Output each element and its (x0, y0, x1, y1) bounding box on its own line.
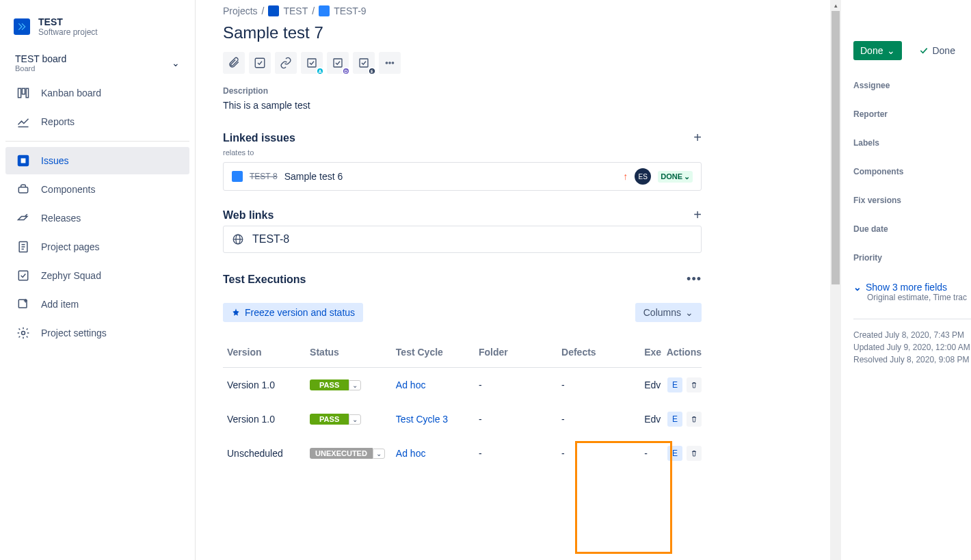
zephyr-d-button[interactable]: D (327, 52, 349, 74)
delete-button[interactable] (687, 377, 702, 392)
svg-point-24 (392, 62, 393, 64)
globe-icon (232, 233, 244, 245)
link-button[interactable] (275, 52, 297, 74)
cell-folder: - (479, 414, 561, 425)
scrollbar-track[interactable]: ▴ (830, 0, 841, 560)
field-priority[interactable]: Priority (853, 253, 971, 263)
issue-type-icon (319, 5, 330, 16)
main-content: Projects / TEST / TEST-9 Sample test 7 A… (196, 0, 841, 560)
cell-version: Unscheduled (227, 448, 310, 459)
nav-add-item[interactable]: Add item (5, 291, 189, 318)
attach-button[interactable] (223, 52, 245, 74)
breadcrumb-issue[interactable]: TEST-9 (334, 5, 366, 16)
nav-issues[interactable]: Issues (5, 147, 189, 174)
nav-pages[interactable]: Project pages (5, 233, 189, 261)
nav-kanban[interactable]: Kanban board (5, 79, 189, 107)
col-defects[interactable]: Defects (561, 347, 644, 358)
board-selector[interactable]: TEST board Board ⌄ (5, 48, 189, 78)
chevron-down-icon: ⌄ (853, 282, 862, 293)
add-linked-issue-button[interactable]: + (693, 130, 702, 146)
nav-reports[interactable]: Reports (5, 108, 189, 135)
reports-icon (15, 114, 31, 130)
svg-rect-20 (334, 59, 342, 67)
breadcrumb-project[interactable]: TEST (283, 5, 308, 16)
linked-relation: relates to (223, 148, 702, 157)
scroll-up-icon[interactable]: ▴ (830, 0, 841, 11)
field-due-date[interactable]: Due date (853, 224, 971, 234)
scrollbar-thumb[interactable] (832, 11, 840, 284)
cell-executed-by: Edv (644, 414, 663, 425)
project-icon (14, 18, 30, 35)
execute-button[interactable]: E (667, 446, 682, 461)
linked-issue-card[interactable]: TEST-8 Sample test 6 ↑ ES DONE⌄ (223, 162, 702, 191)
description-text[interactable]: This is a sample test (223, 100, 702, 111)
svg-rect-4 (22, 88, 25, 94)
svg-rect-7 (21, 158, 26, 163)
linked-issue-key: TEST-8 (250, 172, 278, 181)
cell-folder: - (479, 379, 561, 390)
show-more-fields[interactable]: ⌄ Show 3 more fields (853, 282, 971, 293)
svg-point-22 (386, 62, 387, 64)
status-dropdown[interactable]: PASS⌄ (310, 414, 396, 425)
cell-version: Version 1.0 (227, 414, 310, 425)
breadcrumb-projects[interactable]: Projects (223, 5, 258, 16)
nav-zephyr[interactable]: Zephyr Squad (5, 262, 189, 289)
nav-settings[interactable]: Project settings (5, 319, 189, 347)
weblink-card[interactable]: TEST-8 (223, 226, 702, 253)
execute-button[interactable]: E (667, 412, 682, 427)
freeze-button[interactable]: Freeze version and status (223, 303, 363, 322)
nav-components[interactable]: Components (5, 176, 189, 203)
field-labels[interactable]: Labels (853, 138, 971, 148)
linked-issue-type-icon (232, 171, 243, 182)
delete-button[interactable] (687, 412, 702, 427)
project-header[interactable]: TEST Software project (5, 11, 189, 48)
execution-row: Version 1.0 PASS⌄ Ad hoc - - Edv E (223, 368, 702, 402)
toolbar: A D E (223, 52, 702, 74)
svg-rect-18 (255, 58, 265, 68)
col-actions[interactable]: Actions (663, 347, 702, 358)
add-weblink-button[interactable]: + (693, 207, 702, 223)
svg-rect-5 (26, 88, 28, 97)
show-more-sub: Original estimate, Time trac (867, 293, 971, 302)
done-indicator: Done (918, 45, 955, 56)
pages-icon (15, 239, 31, 255)
more-button[interactable] (379, 52, 401, 74)
zephyr-e-button[interactable]: E (353, 52, 375, 74)
columns-button[interactable]: Columns ⌄ (635, 303, 702, 322)
executions-more-button[interactable]: ••• (687, 272, 702, 286)
cell-executed-by: Edv (644, 379, 663, 390)
status-dropdown[interactable]: PASS⌄ (310, 379, 396, 390)
subtask-button[interactable] (249, 52, 271, 74)
board-sub: Board (15, 64, 66, 72)
linked-status-lozenge[interactable]: DONE⌄ (658, 171, 693, 183)
field-components[interactable]: Components (853, 167, 971, 176)
status-button[interactable]: Done ⌄ (853, 41, 902, 60)
svg-rect-19 (308, 59, 316, 67)
details-panel: Done ⌄ Done Assignee Reporter Labels Com… (841, 0, 971, 560)
issue-title[interactable]: Sample test 7 (223, 23, 702, 42)
project-name: TEST (38, 16, 98, 27)
field-fix-versions[interactable]: Fix versions (853, 196, 971, 205)
col-exec[interactable]: Exe (644, 347, 663, 358)
col-version[interactable]: Version (227, 347, 310, 358)
nav-releases[interactable]: Releases (5, 204, 189, 232)
field-assignee[interactable]: Assignee (853, 81, 971, 90)
cell-executed-by: - (644, 448, 663, 459)
cell-cycle[interactable]: Ad hoc (396, 379, 479, 390)
cell-cycle[interactable]: Test Cycle 3 (396, 414, 479, 425)
resolved-date: Resolved July 8, 2020, 9:08 PM (853, 355, 971, 364)
breadcrumb: Projects / TEST / TEST-9 (223, 5, 702, 16)
col-status[interactable]: Status (310, 347, 396, 358)
execute-button[interactable]: E (667, 377, 682, 392)
svg-rect-21 (360, 59, 368, 67)
field-reporter[interactable]: Reporter (853, 109, 971, 119)
zephyr-a-button[interactable]: A (301, 52, 323, 74)
delete-button[interactable] (687, 446, 702, 461)
pin-icon (231, 308, 241, 317)
status-dropdown[interactable]: UNEXECUTED⌄ (310, 448, 396, 459)
weblinks-header: Web links (223, 209, 274, 222)
sidebar: TEST Software project TEST board Board ⌄… (0, 0, 196, 560)
cell-cycle[interactable]: Ad hoc (396, 448, 479, 459)
col-folder[interactable]: Folder (479, 347, 561, 358)
col-cycle[interactable]: Test Cycle (396, 347, 479, 358)
